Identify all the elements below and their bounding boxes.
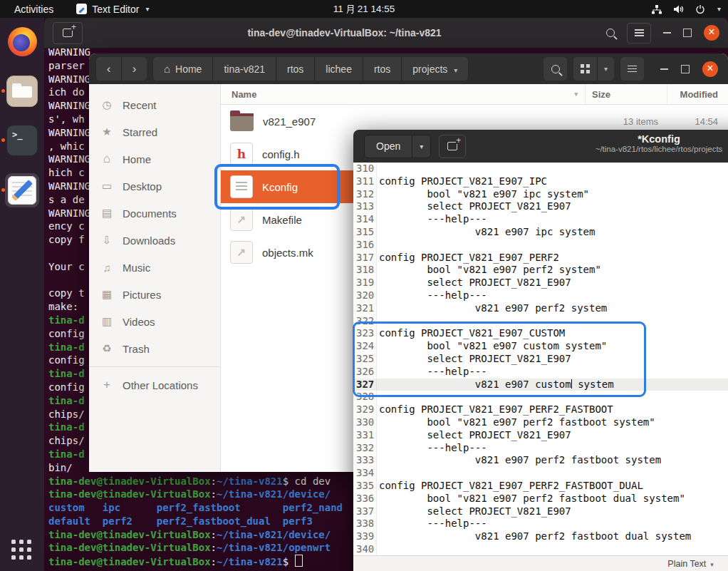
files-close-button[interactable]	[702, 61, 718, 77]
terminal-text-segment: :	[211, 529, 217, 540]
files-menu-button[interactable]	[620, 57, 644, 81]
terminal-text-segment: tina-d	[48, 421, 85, 433]
editor-line-323[interactable]: 323config PROJECT_V821_E907_CUSTOM	[353, 327, 728, 340]
app-menu[interactable]: Text Editor ▾	[76, 4, 149, 15]
terminal-close-button[interactable]	[704, 25, 719, 41]
breadcrumb-item-tina-v821[interactable]: tina-v821	[212, 57, 276, 81]
editor-line-310[interactable]: 310	[353, 163, 728, 175]
editor-new-tab-button[interactable]	[439, 135, 466, 158]
sidebar-item-other-locations[interactable]: Other Locations	[89, 371, 220, 398]
breadcrumb-item-rtos[interactable]: rtos	[276, 57, 314, 81]
dock-item-files[interactable]	[5, 74, 39, 108]
editor-line-324[interactable]: 324 bool "v821 e907 custom system"	[353, 340, 728, 353]
editor-line-326[interactable]: 326 ---help---	[353, 366, 728, 379]
editor-line-338[interactable]: 338 ---help---	[353, 518, 728, 530]
terminal-text-segment: WARNING	[48, 73, 90, 85]
terminal-titlebar[interactable]: tina-dev@tinadev-VirtualBox: ~/tina-v821	[44, 18, 728, 48]
open-button[interactable]: Open	[365, 135, 412, 158]
editor-line-318[interactable]: 318 bool "v821 e907 perf2 system"	[353, 264, 728, 277]
sidebar-item-recent[interactable]: Recent	[89, 91, 220, 118]
terminal-text-segment: ~/tina-v821/device/	[217, 529, 331, 540]
editor-line-332[interactable]: 332 ---help---	[353, 442, 728, 455]
terminal-line: tina-dev@tinadev-VirtualBox:~/tina-v821/…	[48, 488, 343, 501]
line-number: 335	[353, 480, 377, 493]
files-minimize-button[interactable]	[660, 68, 668, 70]
editor-line-315[interactable]: 315 v821 e907 ipc system	[353, 226, 728, 239]
editor-line-335[interactable]: 335config PROJECT_V821_E907_PERF2_FASTBO…	[353, 480, 728, 493]
terminal-minimize-button[interactable]	[663, 32, 671, 34]
breadcrumb-item-home[interactable]: Home	[153, 57, 212, 81]
editor-line-339[interactable]: 339 v821 e907 perf2 fastboot dual system	[353, 530, 728, 543]
back-button[interactable]	[96, 57, 121, 81]
dock-item-text-editor[interactable]	[5, 173, 39, 207]
column-header-size[interactable]: Size	[585, 84, 667, 104]
editor-line-336[interactable]: 336 bool "v821 e907 perf2 fastboot dual …	[353, 493, 728, 505]
line-text	[377, 391, 379, 403]
breadcrumb-item-rtos[interactable]: rtos	[363, 57, 401, 81]
dock-item-firefox[interactable]	[5, 24, 39, 58]
editor-line-319[interactable]: 319 select PROJECT_V821_E907	[353, 277, 728, 289]
sidebar-item-pictures[interactable]: Pictures	[89, 281, 220, 308]
breadcrumb-item-lichee[interactable]: lichee	[314, 57, 363, 81]
editor-titlebar[interactable]: Open *Kconfig ~/tina-v821/rtos/lichee/rt…	[353, 130, 728, 163]
editor-line-328[interactable]: 328	[353, 391, 728, 403]
editor-line-313[interactable]: 313 select PROJECT_V821_E907	[353, 200, 728, 213]
forward-button[interactable]	[121, 57, 147, 81]
sidebar-item-music[interactable]: Music	[89, 254, 220, 281]
editor-line-334[interactable]: 334	[353, 467, 728, 480]
grid-view-button[interactable]	[573, 57, 597, 81]
files-titlebar[interactable]: Hometina-v821rtoslicheertosprojects	[89, 53, 728, 84]
dock-item-terminal[interactable]	[5, 123, 39, 158]
files-search-button[interactable]	[544, 57, 567, 81]
sidebar-item-home[interactable]: Home	[89, 145, 220, 173]
editor-line-316[interactable]: 316	[353, 239, 728, 252]
text-editor-icon	[8, 176, 36, 205]
editor-line-322[interactable]: 322	[353, 315, 728, 328]
breadcrumb-item-projects[interactable]: projects	[401, 57, 468, 81]
chevron-down-icon[interactable]: ▾	[717, 5, 721, 13]
home-icon	[100, 152, 113, 166]
sidebar-item-starred[interactable]: Starred	[89, 118, 220, 145]
view-options-dropdown[interactable]	[597, 57, 614, 81]
sidebar-item-documents[interactable]: Documents	[89, 200, 220, 227]
column-header-name[interactable]: Name	[221, 89, 585, 100]
editor-line-311[interactable]: 311config PROJECT_V821_E907_IPC	[353, 175, 728, 188]
editor-line-321[interactable]: 321 v821 e907 perf2 system	[353, 302, 728, 315]
breadcrumb-label: rtos	[287, 63, 303, 75]
editor-line-327[interactable]: 327 v821 e907 custom system	[353, 379, 728, 391]
editor-line-331[interactable]: 331 select PROJECT_V821_E907	[353, 429, 728, 442]
editor-line-314[interactable]: 314 ---help---	[353, 213, 728, 226]
editor-line-330[interactable]: 330 bool "v821 e907 perf2 fastboot syste…	[353, 416, 728, 429]
sidebar-item-videos[interactable]: Videos	[89, 308, 220, 335]
terminal-maximize-button[interactable]	[683, 29, 692, 37]
music-icon	[100, 262, 113, 274]
editor-line-329[interactable]: 329config PROJECT_V821_E907_PERF2_FASTBO…	[353, 403, 728, 416]
list-column-headers: NameSizeModified	[221, 84, 728, 105]
open-dropdown-button[interactable]	[412, 135, 430, 158]
editor-line-337[interactable]: 337 select PROJECT_V821_E907	[353, 505, 728, 518]
editor-line-320[interactable]: 320 ---help---	[353, 289, 728, 302]
terminal-new-tab-button[interactable]	[53, 22, 83, 44]
terminal-menu-button[interactable]	[627, 23, 651, 43]
clock[interactable]: 11 21 14:55	[333, 4, 395, 14]
activities-button[interactable]: Activities	[11, 4, 56, 15]
line-text: bool "v821 e907 custom system"	[377, 340, 607, 353]
editor-line-317[interactable]: 317config PROJECT_V821_E907_PERF2	[353, 252, 728, 264]
editor-line-312[interactable]: 312 bool "v821 e907 ipc system"	[353, 188, 728, 201]
terminal-search-icon[interactable]	[606, 29, 615, 37]
language-selector[interactable]: Plain Text	[667, 559, 714, 569]
editor-text-area[interactable]: 310311config PROJECT_V821_E907_IPC312 bo…	[353, 163, 728, 556]
sidebar-item-trash[interactable]: Trash	[89, 335, 220, 362]
show-applications-button[interactable]	[11, 540, 33, 561]
line-number: 323	[353, 327, 377, 340]
line-number: 325	[353, 353, 377, 366]
sidebar-item-desktop[interactable]: Desktop	[89, 173, 220, 200]
editor-line-325[interactable]: 325 select PROJECT_V821_E907	[353, 353, 728, 366]
terminal-text-segment: copy f	[48, 234, 85, 245]
editor-line-340[interactable]: 340	[353, 543, 728, 556]
line-number: 316	[353, 239, 377, 252]
editor-line-333[interactable]: 333 v821 e907 perf2 fastboot system	[353, 454, 728, 467]
column-header-modified[interactable]: Modified	[667, 84, 728, 104]
sidebar-item-downloads[interactable]: Downloads	[89, 227, 220, 254]
files-maximize-button[interactable]	[681, 65, 690, 73]
